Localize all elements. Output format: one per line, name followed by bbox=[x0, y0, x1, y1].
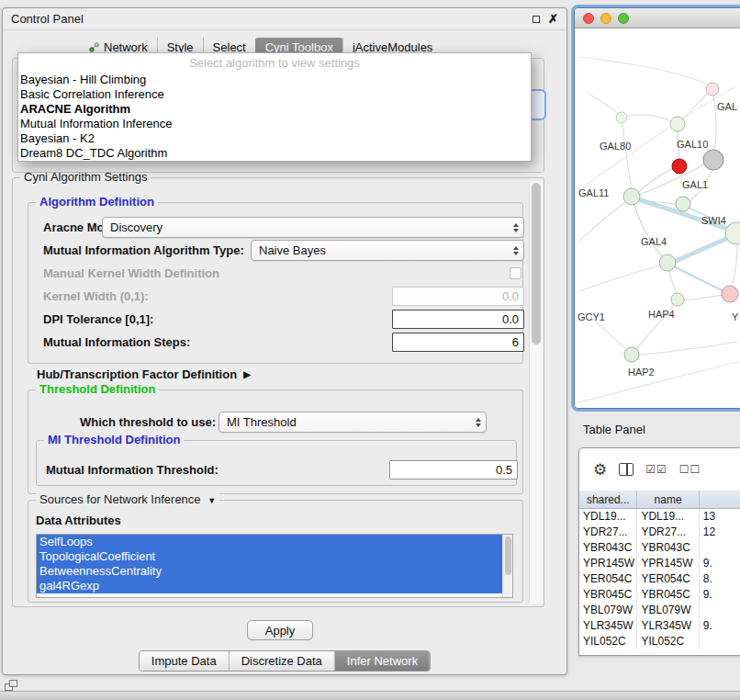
tab-discretize-data[interactable]: Discretize Data bbox=[229, 651, 334, 671]
manual-kernel-checkbox bbox=[510, 267, 521, 279]
table-cell: 9. bbox=[700, 618, 740, 634]
table-cell bbox=[700, 634, 740, 649]
table-body: YDL19...YDL19...13YDR27...YDR27...12YBR0… bbox=[579, 509, 740, 649]
gear-icon[interactable]: ⚙ bbox=[593, 462, 607, 478]
algorithm-option[interactable]: Bayesian - K2 bbox=[18, 131, 531, 146]
apply-button[interactable]: Apply bbox=[247, 620, 313, 640]
deselect-all-icon[interactable]: ☐☐ bbox=[679, 463, 701, 476]
network-edge bbox=[579, 362, 740, 402]
table-header-row: shared...name bbox=[579, 491, 740, 509]
network-node[interactable] bbox=[676, 197, 690, 211]
network-node[interactable] bbox=[616, 112, 627, 123]
mi-threshold-group: MI Threshold Definition Mutual Informati… bbox=[36, 440, 517, 486]
attributes-scrollbar[interactable] bbox=[502, 535, 512, 597]
network-edge bbox=[579, 202, 625, 241]
network-node[interactable] bbox=[624, 347, 639, 362]
network-edge bbox=[670, 265, 726, 292]
network-node[interactable] bbox=[722, 286, 738, 302]
dpi-tolerance-field[interactable] bbox=[392, 310, 524, 329]
which-threshold-select[interactable]: MI Threshold bbox=[219, 412, 487, 433]
status-bar bbox=[0, 691, 740, 700]
tab-infer-network[interactable]: Infer Network bbox=[334, 651, 430, 671]
table-cell: YER054C bbox=[579, 571, 637, 587]
aracne-mode-select[interactable]: Discovery bbox=[102, 217, 524, 238]
application-screen: Control Panel ✗ NetworkStyleSelectCyni T… bbox=[0, 0, 740, 700]
table-cell: YBL079W bbox=[579, 603, 637, 618]
hub-definition-label: Hub/Transcription Factor Definition bbox=[37, 367, 237, 381]
mi-threshold-label: Mutual Information Threshold: bbox=[46, 463, 219, 477]
attribute-item[interactable]: SelfLoops bbox=[37, 535, 502, 549]
zoom-button[interactable] bbox=[618, 13, 629, 24]
mi-steps-field[interactable] bbox=[392, 333, 524, 352]
node-label: GAL1 bbox=[682, 179, 708, 190]
table-cell: YBR043C bbox=[579, 540, 637, 556]
table-cell: 9. bbox=[700, 556, 740, 571]
which-threshold-value: MI Threshold bbox=[227, 415, 297, 429]
network-node[interactable] bbox=[725, 222, 740, 244]
algorithm-option[interactable]: Mutual Information Inference bbox=[18, 117, 531, 131]
algorithm-option[interactable]: Bayesian - Hill Climbing bbox=[18, 73, 531, 87]
table-row[interactable]: YDL19...YDL19...13 bbox=[579, 509, 740, 525]
network-node[interactable] bbox=[703, 150, 723, 170]
table-cell: 12 bbox=[700, 525, 740, 540]
network-node[interactable] bbox=[672, 159, 687, 174]
network-canvas[interactable]: GALGAL80GAL10GAL11GAL1SWI4GAL4GCY1HAP4HA… bbox=[575, 28, 740, 409]
float-window-icon[interactable] bbox=[533, 16, 540, 23]
select-all-icon[interactable]: ☑☑ bbox=[645, 463, 667, 476]
close-panel-icon[interactable]: ✗ bbox=[548, 15, 558, 24]
table-cell: 9. bbox=[700, 587, 740, 603]
network-node[interactable] bbox=[706, 83, 719, 96]
columns-icon[interactable] bbox=[619, 463, 633, 476]
sources-group-title[interactable]: Sources for Network Inference ▼ bbox=[36, 492, 219, 506]
network-window-titlebar[interactable] bbox=[575, 8, 740, 28]
network-edge bbox=[678, 295, 723, 300]
algorithm-option[interactable]: Basic Correlation Inference bbox=[18, 87, 531, 102]
control-panel-titlebar[interactable]: Control Panel ✗ bbox=[3, 8, 566, 30]
table-row[interactable]: YBR045CYBR045C9. bbox=[579, 587, 740, 603]
table-row[interactable]: YBR043CYBR043C bbox=[579, 540, 740, 556]
dropdown-placeholder: Select algorithm to view settings bbox=[18, 53, 531, 73]
column-header[interactable]: name bbox=[637, 491, 699, 508]
network-view-window: GALGAL80GAL10GAL11GAL1SWI4GAL4GCY1HAP4HA… bbox=[574, 7, 740, 409]
algorithm-dropdown: Select algorithm to view settings Bayesi… bbox=[17, 52, 532, 162]
close-button[interactable] bbox=[583, 13, 594, 24]
table-row[interactable]: YBL079WYBL079W bbox=[579, 603, 740, 618]
collapse-down-icon: ▼ bbox=[207, 496, 216, 505]
table-row[interactable]: YLR345WYLR345W9. bbox=[579, 618, 740, 634]
attribute-item[interactable]: TopologicalCoefficient bbox=[37, 549, 502, 564]
table-cell: YLR345W bbox=[579, 618, 637, 634]
table-cell: YBR043C bbox=[637, 540, 699, 556]
network-node[interactable] bbox=[659, 254, 676, 271]
attribute-item[interactable]: gal4RGexp bbox=[37, 579, 502, 593]
network-node[interactable] bbox=[670, 117, 685, 131]
tab-impute-data[interactable]: Impute Data bbox=[140, 651, 229, 671]
table-panel-window: ⚙ ☑☑ ☐☐ shared...name YDL19...YDL19...13… bbox=[578, 447, 740, 656]
table-row[interactable]: YER054CYER054C8. bbox=[579, 571, 740, 587]
threshold-definition-group: Threshold Definition Which threshold to … bbox=[28, 390, 523, 494]
network-node[interactable] bbox=[623, 188, 640, 205]
mi-type-select[interactable]: Naive Bayes bbox=[251, 240, 524, 261]
algorithm-option[interactable]: Dream8 DC_TDC Algorithm bbox=[18, 146, 531, 161]
node-label: GAL bbox=[717, 101, 737, 112]
aracne-mode-value: Discovery bbox=[110, 220, 163, 234]
network-node[interactable] bbox=[671, 293, 684, 306]
table-row[interactable]: YPR145WYPR145W9. bbox=[579, 556, 740, 571]
minimize-button[interactable] bbox=[600, 13, 611, 24]
mi-threshold-field[interactable] bbox=[389, 460, 518, 480]
mi-type-label: Mutual Information Algorithm Type: bbox=[43, 243, 244, 257]
settings-scrollbar[interactable] bbox=[529, 181, 543, 604]
data-attributes-list: SelfLoopsTopologicalCoefficientBetweenne… bbox=[37, 535, 512, 593]
bottom-tab-bar: Impute DataDiscretize DataInfer Network bbox=[139, 650, 431, 672]
hub-definition-expander[interactable]: Hub/Transcription Factor Definition ▶ bbox=[37, 367, 251, 381]
table-row[interactable]: YIL052CYIL052C bbox=[579, 634, 740, 649]
scrollbar-thumb[interactable] bbox=[505, 536, 511, 575]
network-edge bbox=[579, 57, 710, 86]
algorithm-option[interactable]: ARACNE Algorithm bbox=[18, 102, 531, 117]
scrollbar-thumb[interactable] bbox=[532, 183, 541, 344]
column-header[interactable]: shared... bbox=[579, 491, 637, 508]
attribute-item[interactable]: BetweennessCentrality bbox=[37, 564, 502, 579]
table-cell: YBL079W bbox=[637, 603, 699, 618]
column-header[interactable] bbox=[700, 491, 740, 508]
table-row[interactable]: YDR27...YDR27...12 bbox=[579, 525, 740, 540]
table-cell: YDR27... bbox=[637, 525, 699, 540]
